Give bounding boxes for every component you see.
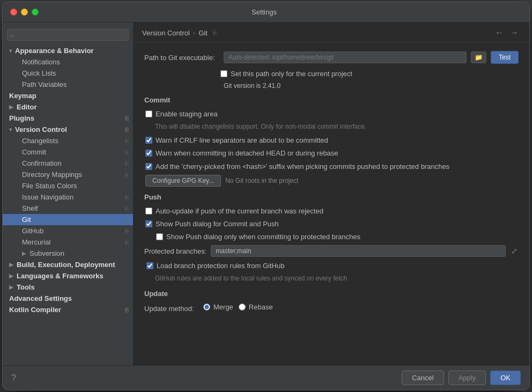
warn-detached-row: Warn when committing in detached HEAD or…	[144, 149, 519, 158]
sidebar-item-confirmation[interactable]: Confirmation ⎘	[3, 158, 133, 169]
expand-arrow-build: ▶	[9, 262, 13, 268]
sidebar-item-tools[interactable]: ▶ Tools	[3, 282, 133, 293]
git-path-label: Path to Git executable:	[144, 54, 219, 62]
sidebar-item-git[interactable]: Git ⎘	[3, 214, 133, 225]
sidebar-item-commit[interactable]: Commit ⎘	[3, 146, 133, 158]
warn-crlf-row: Warn if CRLF line separators are about t…	[144, 136, 519, 145]
sidebar-item-label: Issue Navigation	[22, 193, 73, 201]
sidebar-item-label: Kotlin Compiler	[9, 306, 61, 314]
search-icon: ⌕	[10, 32, 14, 38]
sidebar-item-label: File Status Colors	[22, 182, 77, 190]
sidebar-item-label: Notifications	[22, 58, 60, 66]
protected-branches-expand-button[interactable]: ⤢	[510, 246, 519, 256]
pin-icon-vc: ⎘	[125, 127, 129, 133]
show-push-protected-checkbox[interactable]	[156, 233, 163, 240]
ok-button[interactable]: OK	[490, 371, 521, 385]
expand-arrow-lang: ▶	[9, 273, 13, 279]
sidebar-item-keymap[interactable]: Keymap	[3, 90, 133, 101]
warn-crlf-label: Warn if CRLF line separators are about t…	[156, 136, 328, 145]
pin-icon: ⎘	[125, 205, 129, 212]
protected-branches-row: Protected branches: ⤢	[144, 245, 519, 257]
apply-button[interactable]: Apply	[448, 371, 486, 385]
sidebar-item-label: Confirmation	[22, 159, 62, 167]
git-path-browse-button[interactable]: 📁	[471, 51, 486, 63]
update-section-title: Update	[144, 290, 519, 298]
sidebar-item-kotlin[interactable]: Kotlin Compiler ⎘	[3, 304, 133, 315]
sidebar-item-label: Directory Mappings	[22, 171, 82, 179]
sidebar-item-label: Commit	[22, 148, 46, 156]
settings-window: Settings ⌕ ▾ Appearance & Behavior Notif…	[2, 2, 530, 390]
pin-icon: ⎘	[125, 217, 129, 223]
sidebar-item-languages[interactable]: ▶ Languages & Frameworks	[3, 270, 133, 282]
protected-branches-input[interactable]	[211, 245, 506, 257]
auto-update-label: Auto-update if push of the current branc…	[156, 206, 323, 216]
current-project-checkbox[interactable]	[220, 70, 227, 77]
expand-arrow-appearance: ▾	[9, 48, 12, 54]
rebase-label: Rebase	[249, 303, 273, 311]
sidebar-item-github[interactable]: GitHub ⎘	[3, 225, 133, 236]
gpg-row: Configure GPG Key... No Git roots in the…	[144, 175, 519, 187]
sidebar-item-shelf[interactable]: Shelf ⎘	[3, 203, 133, 214]
current-project-label: Set this path only for the current proje…	[231, 69, 352, 79]
sidebar-item-issue-navigation[interactable]: Issue Navigation ⎘	[3, 191, 133, 203]
sidebar-item-appearance[interactable]: ▾ Appearance & Behavior	[3, 45, 133, 56]
pin-icon: ⎘	[125, 149, 129, 156]
merge-radio-row: Merge	[202, 303, 233, 311]
pin-icon: ⎘	[213, 29, 217, 36]
sidebar-item-build[interactable]: ▶ Build, Execution, Deployment	[3, 259, 133, 270]
git-path-input[interactable]	[224, 51, 467, 63]
show-push-protected-row: Show Push dialog only when committing to…	[155, 232, 519, 242]
expand-arrow-svn: ▶	[22, 250, 26, 256]
warn-crlf-checkbox[interactable]	[145, 137, 152, 144]
show-push-dialog-checkbox[interactable]	[145, 220, 152, 227]
warn-detached-checkbox[interactable]	[145, 150, 152, 157]
sidebar-item-label: Appearance & Behavior	[15, 47, 94, 55]
sidebar-item-label: Mercurial	[22, 238, 50, 246]
sidebar-item-path-variables[interactable]: Path Variables	[3, 79, 133, 90]
search-input[interactable]	[7, 29, 129, 41]
load-branch-protection-checkbox[interactable]	[146, 262, 153, 269]
add-cherry-checkbox[interactable]	[145, 163, 152, 170]
title-bar: Settings	[3, 2, 529, 23]
git-path-row: Path to Git executable: 📁 Test	[144, 51, 519, 64]
test-button[interactable]: Test	[491, 51, 519, 64]
sidebar-item-editor[interactable]: ▶ Editor	[3, 101, 133, 113]
sidebar-item-notifications[interactable]: Notifications	[3, 56, 133, 68]
sidebar-item-changelists[interactable]: Changelists ⎘	[3, 135, 133, 146]
push-section-title: Push	[144, 193, 519, 201]
search-box[interactable]: ⌕	[7, 29, 129, 41]
protected-branches-label: Protected branches:	[144, 247, 206, 255]
sidebar-item-version-control[interactable]: ▾ Version Control ⎘	[3, 124, 133, 135]
merge-radio[interactable]	[203, 304, 210, 310]
sidebar-item-file-status-colors[interactable]: File Status Colors	[3, 180, 133, 191]
sidebar-item-directory-mappings[interactable]: Directory Mappings ⎘	[3, 169, 133, 180]
help-button[interactable]: ?	[11, 373, 16, 383]
sidebar-item-label: Git	[22, 216, 31, 224]
breadcrumb-separator: ›	[193, 29, 195, 37]
breadcrumb-current: Git	[198, 29, 208, 37]
enable-staging-hint: This will disable changelists support. O…	[155, 122, 519, 131]
configure-gpg-button[interactable]: Configure GPG Key...	[145, 175, 221, 187]
window-title: Settings	[6, 8, 522, 16]
sidebar-item-label: Advanced Settings	[9, 294, 72, 302]
auto-update-checkbox[interactable]	[145, 208, 152, 215]
merge-label: Merge	[213, 303, 233, 311]
sidebar-item-plugins[interactable]: Plugins ⎘	[3, 113, 133, 124]
add-cherry-label: Add the 'cherry-picked from <hash>' suff…	[156, 162, 449, 172]
main-body: Path to Git executable: 📁 Test Set this …	[134, 42, 529, 365]
show-push-dialog-row: Show Push dialog for Commit and Push	[144, 219, 519, 229]
pin-icon: ⎘	[125, 138, 129, 144]
commit-section-title: Commit	[144, 96, 519, 104]
rebase-radio[interactable]	[239, 304, 246, 310]
nav-forward-button[interactable]: →	[508, 28, 521, 38]
sidebar-item-quick-lists[interactable]: Quick Lists	[3, 68, 133, 79]
cancel-button[interactable]: Cancel	[402, 371, 444, 385]
sidebar-item-advanced-settings[interactable]: Advanced Settings	[3, 293, 133, 304]
sidebar-item-subversion[interactable]: ▶ Subversion	[3, 248, 133, 259]
load-branch-protection-label: Load branch protection rules from GitHub	[157, 261, 284, 271]
sidebar-item-mercurial[interactable]: Mercurial ⎘	[3, 236, 133, 248]
nav-back-button[interactable]: ←	[493, 28, 506, 38]
enable-staging-checkbox[interactable]	[145, 110, 152, 117]
show-push-protected-label: Show Push dialog only when committing to…	[166, 232, 360, 242]
sidebar-item-label: Subversion	[29, 249, 64, 257]
